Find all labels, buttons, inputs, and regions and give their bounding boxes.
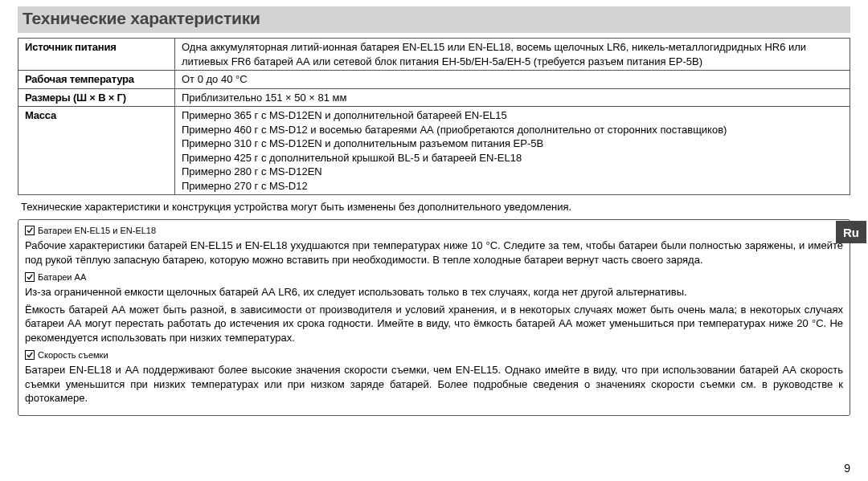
spec-head: Источник питания xyxy=(18,39,175,71)
callout-batteries-en: Батареи EN-EL15 и EN-EL18 xyxy=(25,226,156,235)
box-paragraph: Ёмкость батарей АА может быть разной, в … xyxy=(25,303,843,345)
mass-line: Примерно 310 г с MS-D12EN и дополнительн… xyxy=(182,137,845,151)
spec-value: Одна аккумуляторная литий-ионная батарея… xyxy=(175,39,850,71)
callout-label: Батареи EN-EL15 и EN-EL18 xyxy=(38,226,156,235)
section-title-text: Технические характеристики xyxy=(23,9,260,27)
mass-line: Примерно 270 г с MS-D12 xyxy=(182,179,845,194)
check-icon xyxy=(25,272,35,282)
callout-shooting-speed: Скорость съемки xyxy=(25,350,108,360)
spec-head: Рабочая температура xyxy=(18,71,175,89)
section-title: Технические характеристики xyxy=(18,6,850,33)
page-number: 9 xyxy=(844,462,850,475)
spec-value: Примерно 365 г с MS-D12EN и дополнительн… xyxy=(175,107,850,195)
box-paragraph: Батареи EN-EL18 и АА поддерживают более … xyxy=(25,363,843,406)
check-icon xyxy=(25,350,35,360)
language-tab-label: Ru xyxy=(843,226,859,239)
check-icon xyxy=(25,226,35,235)
callout-label: Скорость съемки xyxy=(38,350,108,360)
spec-head: Размеры (Ш × В × Г) xyxy=(18,88,175,107)
spec-table: Источник питанияОдна аккумуляторная лити… xyxy=(18,38,850,195)
mass-line: Примерно 425 г с дополнительной крышкой … xyxy=(182,151,845,165)
notes-box: Батареи EN-EL15 и EN-EL18 Рабочие характ… xyxy=(18,219,850,416)
table-row: МассаПримерно 365 г с MS-D12EN и дополни… xyxy=(18,107,850,195)
table-row: Источник питанияОдна аккумуляторная лити… xyxy=(18,39,850,71)
table-row: Размеры (Ш × В × Г)Приблизительно 151 × … xyxy=(18,88,850,107)
table-row: Рабочая температураОт 0 до 40 °C xyxy=(18,71,850,89)
spec-value: От 0 до 40 °C xyxy=(175,71,850,89)
change-notice: Технические характеристики и конструкция… xyxy=(21,200,847,214)
callout-label: Батареи АА xyxy=(38,272,86,282)
mass-line: Примерно 280 г с MS-D12EN xyxy=(182,165,845,179)
language-tab: Ru xyxy=(836,221,866,243)
spec-head: Масса xyxy=(18,107,175,195)
spec-value: Приблизительно 151 × 50 × 81 мм xyxy=(175,88,850,107)
box-paragraph: Рабочие характеристики батарей EN-EL15 и… xyxy=(25,238,843,267)
callout-batteries-aa: Батареи АА xyxy=(25,272,86,282)
mass-line: Примерно 460 г с MS-D12 и восемью батаре… xyxy=(182,123,845,137)
box-paragraph: Из-за ограниченной емкости щелочных бата… xyxy=(25,285,843,300)
mass-line: Примерно 365 г с MS-D12EN и дополнительн… xyxy=(182,108,845,123)
